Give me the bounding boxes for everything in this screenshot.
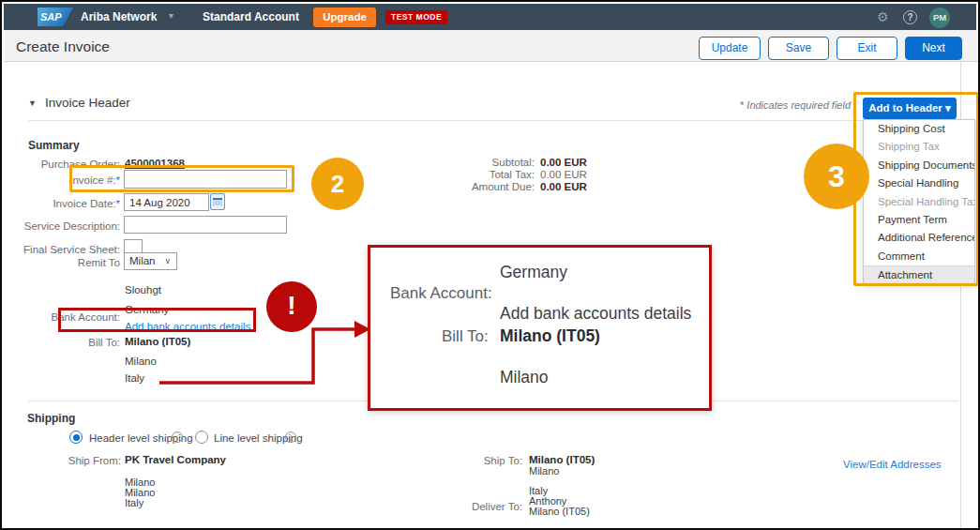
inset-bill-to-country: Italy <box>500 405 530 411</box>
amount-due-value: 0.00 EUR <box>540 181 587 192</box>
step2-badge: 2 <box>311 158 364 210</box>
exit-button[interactable]: Exit <box>837 37 897 60</box>
top-bar: SAP Ariba Network ▾ Standard Account Upg… <box>4 4 976 30</box>
test-mode-badge: TEST MODE <box>385 10 447 24</box>
total-tax-label: Total Tax: <box>441 169 535 180</box>
step3-highlight-box <box>853 92 979 286</box>
inset-bank-account-label: Bank Account: <box>390 284 492 303</box>
step3-badge: 3 <box>804 144 869 209</box>
ship-to-name: Milano (IT05) <box>529 454 595 465</box>
bank-account-callout-box <box>58 308 256 332</box>
deliver-to-value: Milano (IT05) <box>529 506 590 517</box>
summary-title: Summary <box>28 139 80 152</box>
zoom-inset: Germany Bank Account: Add bank accounts … <box>368 245 712 411</box>
ship-to-label: Ship To: <box>443 455 522 466</box>
deliver-to-label: Deliver To: <box>443 501 522 512</box>
invoice-date-label: Invoice Date:* <box>19 198 120 209</box>
required-field-note: * Indicates required field <box>663 99 851 111</box>
create-invoice-screen: SAP Ariba Network ▾ Standard Account Upg… <box>0 0 980 530</box>
avatar[interactable]: PM <box>929 8 950 28</box>
ship-from-label: Ship From: <box>21 455 121 466</box>
chevron-down-icon[interactable]: ▾ <box>169 10 173 21</box>
shipping-title: Shipping <box>27 412 75 425</box>
inset-add-bank-account-link[interactable]: Add bank accounts details <box>500 304 691 324</box>
invoice-header-title: Invoice Header <box>45 96 130 110</box>
service-description-label: Service Description: <box>19 220 120 232</box>
amount-due-label: Amount Due: <box>441 181 535 192</box>
upgrade-button[interactable]: Upgrade <box>313 8 376 27</box>
next-button[interactable]: Next <box>905 37 962 60</box>
inset-bill-to-city: Milano <box>500 368 549 387</box>
gear-icon[interactable]: ⚙ <box>877 9 889 24</box>
ship-from-name: PK Travel Company <box>125 454 226 465</box>
bill-to-address-line: Milano <box>125 356 157 367</box>
collapse-triangle-icon[interactable]: ▼ <box>28 98 37 108</box>
inset-bill-to-value: Milano (IT05) <box>500 326 600 346</box>
sap-logo: SAP <box>38 8 73 26</box>
calendar-icon[interactable] <box>210 193 225 210</box>
help-icon[interactable]: ? <box>903 10 917 24</box>
product-menu[interactable]: Ariba Network <box>81 10 157 23</box>
alert-badge: ! <box>266 281 317 332</box>
account-type-label: Standard Account <box>203 10 299 23</box>
remit-to-label: Remit To <box>19 257 120 268</box>
info-icon[interactable]: i <box>285 432 296 443</box>
inset-country: Germany <box>500 263 567 282</box>
bill-to-address-line: Italy <box>125 372 144 384</box>
bill-to-value: Milano (IT05) <box>125 336 190 347</box>
inset-bill-to-label: Bill To: <box>442 327 489 346</box>
update-button[interactable]: Update <box>699 37 761 60</box>
page-title: Create Invoice <box>16 38 110 55</box>
bill-to-label: Bill To: <box>19 337 120 348</box>
info-icon[interactable]: i <box>172 432 183 443</box>
subtotal-label: Subtotal: <box>441 157 535 168</box>
final-service-sheet-label: Final Service Sheet: <box>19 244 120 255</box>
header-level-shipping-radio[interactable] <box>69 431 83 444</box>
chevron-down-icon: ∨ <box>164 256 171 265</box>
view-edit-addresses-link[interactable]: View/Edit Addresses <box>843 459 942 470</box>
ship-to-address-line: Milano <box>529 465 559 477</box>
save-button[interactable]: Save <box>768 37 829 60</box>
subtotal-value: 0.00 EUR <box>540 157 587 168</box>
remit-to-select[interactable]: Milan∨ <box>124 252 177 270</box>
ship-from-address-line: Italy <box>125 497 143 508</box>
section-divider <box>28 120 958 121</box>
page-header: Create Invoice Update Save Exit Next <box>4 30 980 62</box>
remit-address-line: Slouhgt <box>125 284 161 295</box>
service-description-input[interactable] <box>124 216 287 234</box>
total-tax-value: 0.00 EUR <box>540 169 587 180</box>
invoice-date-input[interactable] <box>124 193 209 211</box>
step2-highlight-box <box>69 165 294 192</box>
line-level-shipping-radio[interactable] <box>195 431 208 444</box>
